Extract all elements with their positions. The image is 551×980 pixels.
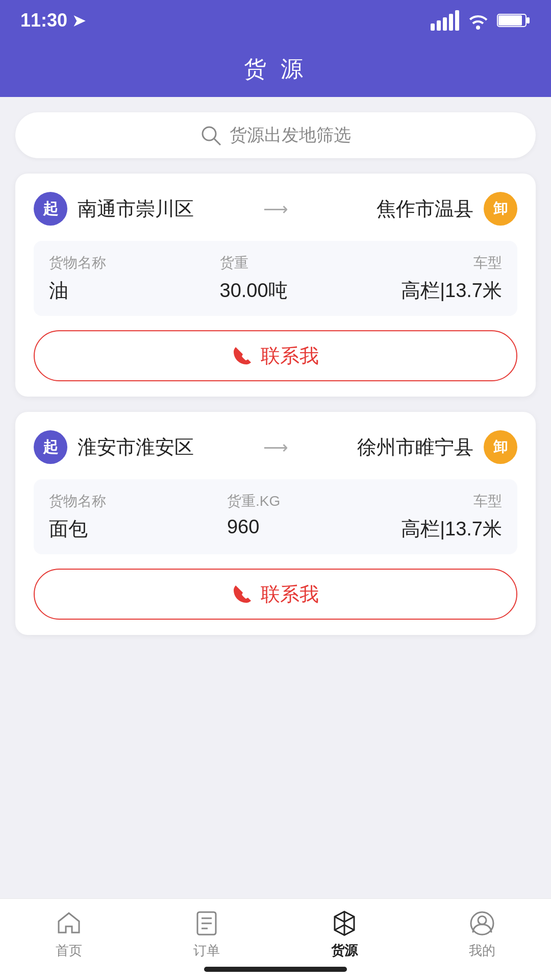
orders-icon — [192, 909, 221, 938]
goods-info-2: 货物名称 面包 货重.KG 960 车型 高栏|13.7米 — [34, 479, 517, 554]
goods-info-1: 货物名称 油 货重 30.00吨 车型 高栏|13.7米 — [34, 241, 517, 316]
nav-label-mine: 我的 — [469, 942, 495, 960]
search-icon — [200, 125, 221, 146]
status-icons — [431, 10, 531, 31]
goods-weight-value-1: 30.00吨 — [220, 278, 288, 304]
dest-badge-1: 卸 — [484, 192, 517, 226]
contact-button-1[interactable]: 联系我 — [34, 330, 517, 381]
mine-icon — [468, 909, 496, 938]
search-bar[interactable]: 货源出发地筛选 — [15, 112, 536, 158]
cargo-card-1: 起 南通市崇川区 ⟶ 焦作市温县 卸 货物名称 油 货重 30.00吨 车型 高… — [15, 174, 536, 397]
svg-line-10 — [344, 925, 354, 930]
goods-name-label-2: 货物名称 — [49, 492, 106, 511]
route-row-1: 起 南通市崇川区 ⟶ 焦作市温县 卸 — [34, 192, 517, 226]
origin-name-2: 淮安市淮安区 — [78, 434, 253, 460]
goods-name-item-2: 货物名称 面包 — [49, 492, 106, 542]
cargo-icon — [330, 909, 359, 938]
wifi-icon — [466, 11, 490, 30]
battery-icon — [497, 11, 531, 30]
goods-name-label-1: 货物名称 — [49, 253, 106, 273]
goods-weight-item-1: 货重 30.00吨 — [220, 253, 288, 304]
goods-weight-label-2: 货重.KG — [227, 492, 280, 511]
nav-label-cargo: 货源 — [331, 942, 358, 960]
route-row-2: 起 淮安市淮安区 ⟶ 徐州市睢宁县 卸 — [34, 430, 517, 464]
route-arrow-1: ⟶ — [263, 199, 288, 219]
goods-weight-label-1: 货重 — [220, 253, 288, 273]
goods-vehicle-item-1: 车型 高栏|13.7米 — [401, 253, 502, 304]
goods-vehicle-value-2: 高栏|13.7米 — [401, 516, 502, 542]
search-placeholder-text: 货源出发地筛选 — [230, 124, 351, 147]
route-arrow-2: ⟶ — [263, 437, 288, 457]
goods-name-value-2: 面包 — [49, 516, 106, 542]
nav-label-home: 首页 — [56, 942, 82, 960]
nav-item-mine[interactable]: 我的 — [468, 909, 496, 960]
status-bar: 11:30 ➤ — [0, 0, 551, 41]
header: 货 源 — [0, 41, 551, 97]
goods-vehicle-item-2: 车型 高栏|13.7米 — [401, 492, 502, 542]
svg-rect-2 — [527, 17, 530, 23]
svg-line-4 — [214, 139, 220, 145]
svg-rect-1 — [498, 15, 522, 26]
nav-item-orders[interactable]: 订单 — [192, 909, 221, 960]
dest-name-2: 徐州市睢宁县 — [298, 434, 474, 460]
origin-badge-1: 起 — [34, 192, 67, 226]
contact-button-text-1: 联系我 — [261, 343, 319, 369]
goods-name-value-1: 油 — [49, 278, 106, 304]
origin-name-1: 南通市崇川区 — [78, 196, 253, 222]
goods-name-item-1: 货物名称 油 — [49, 253, 106, 304]
contact-button-2[interactable]: 联系我 — [34, 569, 517, 620]
nav-label-orders: 订单 — [193, 942, 220, 960]
contact-button-text-2: 联系我 — [261, 581, 319, 607]
phone-icon-2 — [232, 584, 252, 604]
navigation-icon: ➤ — [72, 12, 85, 30]
page-title: 货 源 — [244, 54, 307, 84]
goods-weight-value-2: 960 — [227, 516, 280, 538]
goods-vehicle-label-2: 车型 — [401, 492, 502, 511]
home-icon — [55, 909, 83, 938]
dest-name-1: 焦作市温县 — [298, 196, 474, 222]
goods-vehicle-label-1: 车型 — [401, 253, 502, 273]
card-list: 起 南通市崇川区 ⟶ 焦作市温县 卸 货物名称 油 货重 30.00吨 车型 高… — [0, 168, 551, 640]
phone-icon-1 — [232, 346, 252, 365]
goods-weight-item-2: 货重.KG 960 — [227, 492, 280, 542]
svg-point-12 — [478, 916, 486, 924]
cargo-card-2: 起 淮安市淮安区 ⟶ 徐州市睢宁县 卸 货物名称 面包 货重.KG 960 车型… — [15, 412, 536, 635]
nav-item-cargo[interactable]: 货源 — [330, 909, 359, 960]
signal-icon — [431, 10, 459, 31]
goods-vehicle-value-1: 高栏|13.7米 — [401, 278, 502, 304]
svg-point-3 — [203, 127, 216, 140]
status-time: 11:30 ➤ — [20, 10, 85, 31]
home-bar — [204, 967, 347, 972]
svg-line-9 — [335, 925, 344, 930]
origin-badge-2: 起 — [34, 430, 67, 464]
dest-badge-2: 卸 — [484, 430, 517, 464]
nav-item-home[interactable]: 首页 — [55, 909, 83, 960]
